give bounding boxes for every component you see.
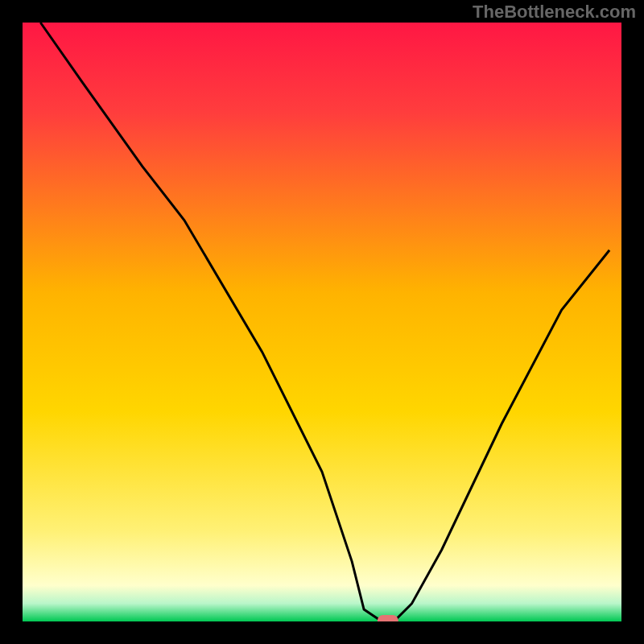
chart-svg — [0, 0, 644, 644]
plot-background — [23, 23, 621, 621]
bottleneck-chart: TheBottleneck.com — [0, 0, 644, 644]
border-left — [0, 0, 23, 644]
border-right — [621, 0, 644, 644]
watermark-text: TheBottleneck.com — [473, 2, 636, 23]
border-bottom — [0, 621, 644, 644]
